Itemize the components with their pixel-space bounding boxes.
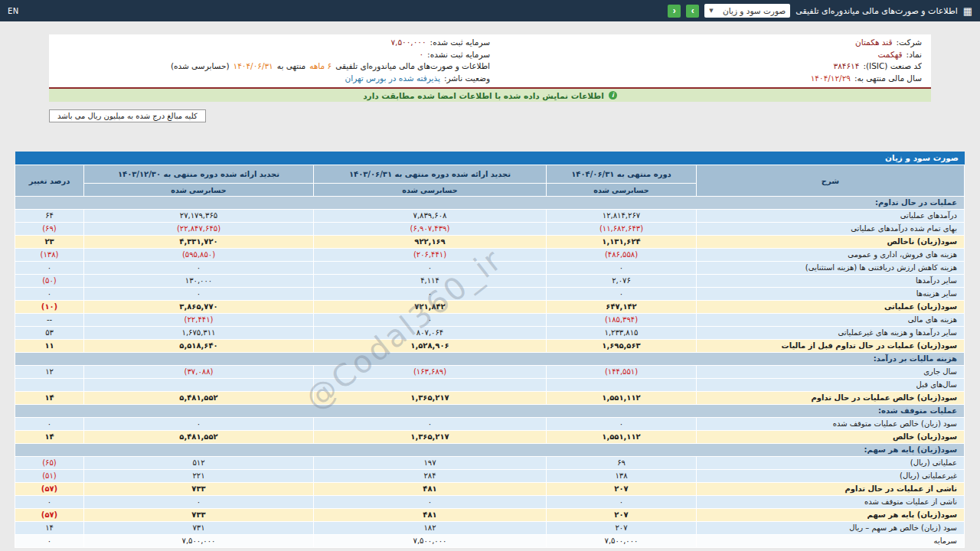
- row-value: ۰: [547, 496, 697, 509]
- table-row: ناشی از عملیات در حال تداوم۲۰۷۴۸۱۷۳۳(۵۷): [15, 483, 965, 496]
- next-statement-button[interactable]: ›: [686, 5, 699, 18]
- row-value: ۷,۵۰۰,۰۰۰: [547, 535, 697, 548]
- publisher-status-label: وضعیت ناشر:: [444, 73, 490, 85]
- row-value: ۴,۳۳۱,۷۲۰: [84, 236, 314, 249]
- row-label: سود(زیان) خالص عملیات در حال تداوم: [697, 392, 965, 405]
- row-value: (۲۲,۴۴۱): [84, 314, 314, 327]
- row-value: ۷,۸۳۹,۶۰۸: [314, 210, 547, 223]
- table-row: عملیاتی (ریال)۶۹۱۹۷۵۱۲(۶۵): [15, 457, 965, 470]
- row-label: سود (زیان) خالص هر سهم – ریال: [697, 522, 965, 535]
- audited-subheader: حسابرسی شده: [547, 184, 697, 197]
- chevron-down-icon: ▼: [709, 8, 713, 14]
- language-switch-en[interactable]: EN: [8, 7, 19, 15]
- table-row: سود(زیان) خالص عملیات در حال تداوم۱,۵۵۱,…: [15, 392, 965, 405]
- row-label: هزینه های مالی: [697, 314, 965, 327]
- table-row: هزینه کاهش ارزش دریافتنی ها (هزینه استثن…: [15, 262, 965, 275]
- symbol-value: قهکمت: [878, 49, 903, 61]
- unregistered-capital-value: ۰: [419, 49, 423, 61]
- row-label: سایر درآمدها و هزینه های غیرعملیاتی: [697, 327, 965, 340]
- row-value: ۶۴: [15, 210, 84, 223]
- info-row: کد صنعت (ISIC): ۳۸۴۶۱۴ اطلاعات و صورت‌ها…: [58, 60, 922, 73]
- statement-select[interactable]: صورت سود و زیان ▼: [704, 4, 790, 18]
- row-label: سود(زیان) ناخالص: [697, 236, 965, 249]
- row-value: (۱۰): [15, 301, 84, 314]
- row-value: ۰: [15, 496, 84, 509]
- row-value: ۲۳: [15, 236, 84, 249]
- row-label: هزینه کاهش ارزش دریافتنی ها (هزینه استثن…: [697, 262, 965, 275]
- row-label: بهای تمام شده درآمدهای عملیاتی: [697, 223, 965, 236]
- income-statement-table: شرح دوره منتهی به ۱۴۰۴/۰۶/۳۱ تجدید ارائه…: [15, 165, 965, 548]
- report-date: ۱۴۰۴/۰۶/۳۱: [234, 60, 273, 73]
- signature-match-text: اطلاعات نمایش داده شده با اطلاعات امضا ش…: [363, 91, 604, 100]
- symbol-label: نماد:: [906, 49, 922, 61]
- row-value: ۳,۸۶۵,۷۷۰: [84, 301, 314, 314]
- col-header-period-current: دوره منتهی به ۱۴۰۴/۰۶/۳۱: [547, 165, 697, 184]
- top-bar: ▦ اطلاعات و صورت‌های مالی میاندوره‌ای تل…: [0, 0, 980, 21]
- row-value: ۱,۵۲۸,۹۰۶: [314, 340, 547, 353]
- table-row: سود (زیان) خالص عملیات متوقف شده۰۰۰۰: [15, 418, 965, 431]
- row-value: (۱۸۵,۳۹۴): [547, 314, 697, 327]
- row-value: ۷۲۱,۸۴۲: [314, 301, 547, 314]
- row-value: (۶۵): [15, 457, 84, 470]
- row-label: سود(زیان) پایه هر سهم: [697, 509, 965, 522]
- row-value: ۵,۵۱۸,۶۴۰: [84, 340, 314, 353]
- codal-logo-icon: ▦: [963, 6, 972, 16]
- row-value: (۳۷,۰۸۸): [84, 366, 314, 379]
- row-value: ۹۲۲,۱۶۹: [314, 236, 547, 249]
- table-row: سال جاری(۱۴۴,۵۵۱)(۱۶۳,۶۸۹)(۳۷,۰۸۸)۱۲: [15, 366, 965, 379]
- section-row: عملیات در حال تداوم:: [15, 197, 965, 210]
- row-value: ۱,۱۳۱,۶۲۴: [547, 236, 697, 249]
- row-value: ۱,۳۶۵,۲۱۷: [314, 392, 547, 405]
- company-label: شرکت:: [897, 37, 922, 49]
- row-value: ۱,۳۶۵,۲۱۷: [314, 431, 547, 444]
- row-label: سایر هزینه‌ها: [697, 288, 965, 301]
- page-title: اطلاعات و صورت‌های مالی میاندوره‌ای تلفی…: [795, 6, 957, 16]
- income-statement-section: صورت سود و زیان شرح دوره منتهی به ۱۴۰۴/۰…: [15, 152, 965, 548]
- row-value: [314, 379, 547, 392]
- row-value: ۵۳: [15, 327, 84, 340]
- registered-capital-value: ۷,۵۰۰,۰۰۰: [390, 37, 426, 49]
- section-label: عملیات در حال تداوم:: [15, 197, 965, 210]
- table-row: سایر هزینه‌ها۰۰۰۰: [15, 288, 965, 301]
- row-value: ۰: [15, 288, 84, 301]
- row-label: غیرعملیاتی (ریال): [697, 470, 965, 483]
- row-label: ناشی از عملیات در حال تداوم: [697, 483, 965, 496]
- table-row: سایر درآمدها۲,۰۷۶۴,۱۱۴۱۳۰,۰۰۰(۵۰): [15, 275, 965, 288]
- row-value: ۵,۴۸۱,۵۵۲: [84, 431, 314, 444]
- row-label: سود(زیان) خالص: [697, 431, 965, 444]
- table-title: صورت سود و زیان: [15, 152, 965, 165]
- row-value: ۷,۵۰۰,۰۰۰: [314, 535, 547, 548]
- info-row: سال مالی منتهی به: ۱۴۰۴/۱۲/۲۹ وضعیت ناشر…: [58, 73, 922, 85]
- registered-capital-label: سرمایه ثبت شده:: [430, 37, 490, 49]
- row-value: ۱۲,۸۱۴,۲۶۷: [547, 210, 697, 223]
- company-field: شرکت: قند هکمتان: [490, 37, 922, 49]
- row-value: (۵۷): [15, 509, 84, 522]
- row-value: ۰: [15, 418, 84, 431]
- table-row: غیرعملیاتی (ریال)۱۳۸۲۸۴۲۲۱(۵۱): [15, 470, 965, 483]
- section-label: هزینه مالیات بر درآمد:: [15, 353, 965, 366]
- prev-statement-button[interactable]: ‹: [668, 5, 681, 18]
- table-row: درآمدهای عملیاتی۱۲,۸۱۴,۲۶۷۷,۸۳۹,۶۰۸۲۷,۱۷…: [15, 210, 965, 223]
- col-header-period-prior: تجدید ارائه شده دوره منتهی به ۱۴۰۳/۰۶/۳۱: [314, 165, 547, 184]
- row-value: [84, 379, 314, 392]
- section-label: سود(زیان) پایه هر سهم:: [15, 444, 965, 457]
- row-value: (۵۹۵,۸۵۰): [84, 249, 314, 262]
- row-value: ۱,۵۵۱,۱۱۲: [547, 431, 697, 444]
- row-value: ۰: [314, 418, 547, 431]
- table-row: سود (زیان) خالص هر سهم – ریال۲۰۷۱۸۲۷۳۱۱۴: [15, 522, 965, 535]
- row-value: (۱۱,۶۸۲,۶۴۳): [547, 223, 697, 236]
- info-icon: i: [609, 91, 617, 99]
- section-row: سود(زیان) پایه هر سهم:: [15, 444, 965, 457]
- table-row: هزینه های فروش، اداری و عمومی(۴۸۶,۵۵۸)(۲…: [15, 249, 965, 262]
- table-row: سود(زیان) پایه هر سهم۲۰۷۴۸۱۷۳۳(۵۷): [15, 509, 965, 522]
- row-label: سود (زیان) خالص عملیات متوقف شده: [697, 418, 965, 431]
- row-value: ۲۰۷: [547, 509, 697, 522]
- info-row: نماد: قهکمت سرمایه ثبت نشده: ۰: [58, 49, 922, 61]
- table-row: سرمایه۷,۵۰۰,۰۰۰۷,۵۰۰,۰۰۰۷,۵۰۰,۰۰۰۰: [15, 535, 965, 548]
- row-value: ۰: [547, 288, 697, 301]
- row-label: سایر درآمدها: [697, 275, 965, 288]
- row-value: (۵۷): [15, 483, 84, 496]
- table-row: سال‌های قبل: [15, 379, 965, 392]
- row-value: ۲۸۴: [314, 470, 547, 483]
- row-label: سال جاری: [697, 366, 965, 379]
